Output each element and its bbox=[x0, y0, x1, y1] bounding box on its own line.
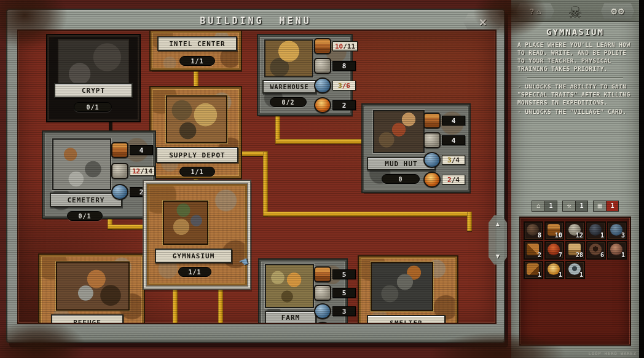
food-icon bbox=[423, 172, 441, 188]
selected-building-title: GYMNASIUM bbox=[511, 27, 639, 37]
resource-inventory-panel: 8 10 12 1 3 2 7 28 6 1 1 1 1 bbox=[519, 217, 631, 346]
cost-row: 4 bbox=[423, 132, 465, 148]
resource-tile-scrap-wheel: 8 bbox=[524, 221, 543, 240]
tiles-badge-icon: ▦ bbox=[593, 201, 607, 212]
building-count: 0/1 bbox=[67, 211, 103, 221]
summary-badges: ⌂ 1 ⚒ 1 ▦ 1 bbox=[511, 201, 639, 212]
connector bbox=[263, 151, 268, 217]
gymnasium-art bbox=[163, 201, 208, 245]
building-name-plate: INTEL CENTER bbox=[157, 36, 237, 51]
connector bbox=[275, 139, 363, 144]
cost-row: 5 bbox=[314, 285, 356, 301]
building-card-mud-hut[interactable]: MUD HUT 0 4 4 3/4 2/4 bbox=[363, 105, 469, 192]
effect-line: · UNLOCKS THE ABILITY TO GAIN "SPECIAL T… bbox=[517, 82, 633, 106]
cost-row: 2/4 bbox=[423, 172, 465, 188]
close-icon: ✕ bbox=[479, 17, 487, 28]
building-name-plate: WAREHOUSE bbox=[262, 80, 316, 93]
cost-value: 8 bbox=[332, 61, 356, 71]
wood-icon bbox=[423, 113, 441, 129]
cursor-gauntlet-icon: ☚ bbox=[237, 253, 250, 271]
sidebar-header-bar: ? ⌂ ☠ ⚙⚙ bbox=[511, 0, 639, 22]
info-sidebar: ? ⌂ ☠ ⚙⚙ GYMNASIUM A PLACE WHERE YOU'LL … bbox=[511, 0, 639, 358]
connector bbox=[263, 212, 472, 217]
cost-row: 3/4 bbox=[423, 152, 465, 168]
cost-value: 4 bbox=[442, 135, 465, 145]
settings-button[interactable]: ⚙⚙ bbox=[601, 3, 634, 19]
building-count: 0/1 bbox=[74, 102, 112, 112]
building-name-plate: FARM bbox=[265, 311, 316, 324]
food-icon bbox=[314, 322, 331, 324]
cost-value: 3/6 bbox=[332, 81, 356, 90]
stone-icon bbox=[423, 132, 441, 148]
connector bbox=[194, 68, 198, 89]
board-scroller: ▲ ▼ bbox=[489, 215, 507, 265]
refuge-art bbox=[56, 261, 130, 311]
metal-icon bbox=[423, 152, 441, 168]
connector bbox=[173, 285, 178, 324]
scroll-down-button[interactable]: ▼ bbox=[489, 252, 507, 260]
building-badge-icon: ⌂ bbox=[532, 201, 545, 212]
building-effects: · UNLOCKS THE ABILITY TO GAIN "SPECIAL T… bbox=[517, 82, 633, 116]
resource-tile-crates: 2 bbox=[524, 241, 543, 260]
resource-tile-timber: 1 bbox=[524, 261, 543, 279]
cost-row: 4 bbox=[111, 142, 153, 158]
effect-line: · UNLOCKS THE "VILLAGE" CARD. bbox=[517, 108, 633, 116]
watermark: LOOP HERO WAREZ bbox=[589, 351, 637, 356]
building-name-plate: REFUGE bbox=[51, 314, 124, 324]
building-name-plate: GYMNASIUM bbox=[155, 249, 232, 263]
tools-badge-icon: ⚒ bbox=[562, 201, 576, 212]
close-button[interactable]: ✕ bbox=[463, 14, 503, 31]
resource-tile-orb: 1 bbox=[607, 241, 627, 260]
building-card-smelter[interactable]: SMELTER bbox=[359, 257, 457, 324]
building-card-crypt[interactable]: CRYPT 0/1 bbox=[47, 35, 139, 121]
stone-icon bbox=[111, 163, 128, 179]
warehouse-art bbox=[264, 39, 313, 78]
building-card-intel-center[interactable]: INTEL CENTER 1/1 bbox=[151, 31, 241, 70]
stone-icon bbox=[314, 58, 331, 74]
building-card-cemetery[interactable]: CEMETERY 0/1 4 12/14 2 bbox=[43, 132, 155, 218]
cost-row: 8 bbox=[314, 58, 356, 74]
supply-depot-art bbox=[166, 95, 227, 143]
cost-value: 4 bbox=[130, 145, 153, 155]
building-card-supply-depot[interactable]: SUPPLY DEPOT 1/1 bbox=[151, 87, 241, 178]
wood-icon bbox=[314, 266, 331, 282]
badge-tools: ⚒ 1 bbox=[562, 201, 588, 212]
stone-icon bbox=[314, 285, 331, 301]
wood-icon bbox=[111, 142, 128, 158]
building-card-warehouse[interactable]: WAREHOUSE 0/2 10/11 8 3/6 2 bbox=[258, 35, 351, 115]
building-count: 1/1 bbox=[178, 267, 211, 277]
badge-buildings: ⌂ 1 bbox=[532, 201, 557, 212]
resource-tile-light-orb: 1 bbox=[544, 261, 564, 279]
building-count: 0 bbox=[382, 174, 420, 184]
screen-edge bbox=[639, 0, 644, 358]
cost-row bbox=[314, 322, 331, 324]
cost-value: 2 bbox=[332, 100, 356, 110]
resource-tile-blue-ore: 3 bbox=[607, 221, 627, 240]
connector-inactive bbox=[109, 121, 112, 132]
cost-row: 10/11 bbox=[314, 38, 358, 54]
cost-value: 2/4 bbox=[442, 175, 465, 185]
cost-value: 5 bbox=[332, 269, 356, 279]
building-card-gymnasium-selected[interactable]: GYMNASIUM 1/1 ☚ bbox=[147, 184, 247, 285]
farm-art bbox=[265, 264, 314, 308]
building-description: A PLACE WHERE YOU'LL LEARN HOW TO READ, … bbox=[517, 41, 633, 73]
building-count: 0/2 bbox=[270, 97, 307, 107]
connector bbox=[467, 212, 472, 231]
metal-icon bbox=[111, 184, 128, 200]
resource-tile-iron-ring: 6 bbox=[586, 241, 606, 260]
wood-icon bbox=[314, 38, 331, 54]
cost-value: 5 bbox=[332, 288, 356, 298]
scroll-up-button[interactable]: ▲ bbox=[489, 220, 507, 228]
building-count: 1/1 bbox=[179, 56, 215, 66]
building-name-plate: CRYPT bbox=[54, 83, 133, 98]
metal-icon bbox=[314, 78, 331, 93]
mud-hut-art bbox=[373, 110, 425, 153]
cost-value: 4 bbox=[442, 116, 465, 125]
building-name-plate: SMELTER bbox=[367, 315, 446, 324]
connector bbox=[108, 225, 148, 229]
resource-tile-meat: 7 bbox=[544, 241, 564, 260]
building-card-refuge[interactable]: REFUGE bbox=[39, 255, 144, 324]
resource-tile-metal-ring: 1 bbox=[565, 261, 585, 279]
building-card-farm[interactable]: FARM 5 5 3 bbox=[259, 260, 347, 324]
food-icon bbox=[314, 97, 331, 113]
